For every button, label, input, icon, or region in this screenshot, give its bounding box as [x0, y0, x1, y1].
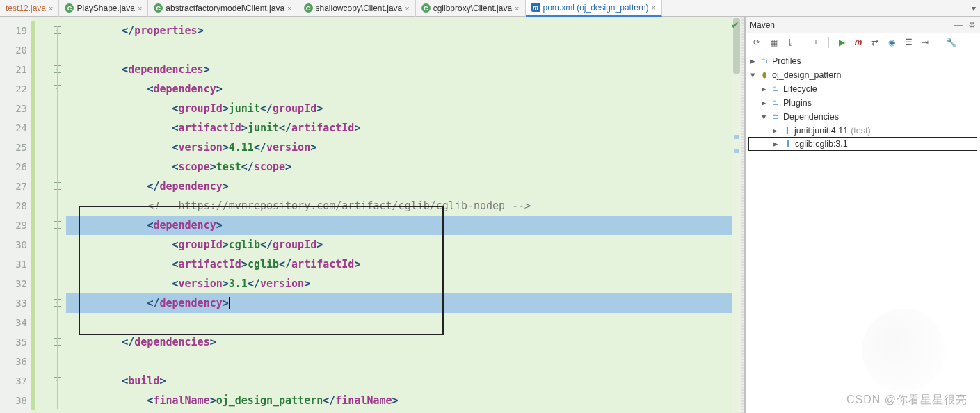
- maven-toolbar: ⟳ ▦ ⭳ + ▶ m ⇄ ◉ ☰ ⇥ 🔧: [746, 33, 980, 51]
- maven-tree[interactable]: ▸ 🗀 Profiles ▾ ⬮ oj_design_pattern ▸ 🗀 L…: [746, 51, 980, 154]
- code-line[interactable]: <version>3.1</version>: [66, 274, 745, 293]
- generate-sources-icon[interactable]: ▦: [768, 38, 779, 47]
- java-class-icon: C: [65, 3, 74, 13]
- tab-shallowcopy-client[interactable]: C shallowcopy\Client.java ×: [298, 0, 416, 17]
- tree-label: junit:junit:4.11: [794, 124, 848, 138]
- folder-icon: 🗀: [771, 98, 780, 108]
- download-icon[interactable]: ⭳: [785, 38, 796, 47]
- code-line[interactable]: <!-- https://mvnrepository.com/artifact/…: [66, 196, 745, 216]
- tree-node-dep-junit[interactable]: ▸ ||| junit:junit:4.11 (test): [748, 124, 977, 138]
- tab-label: test12.java: [6, 3, 46, 13]
- collapse-icon[interactable]: ▾: [760, 110, 768, 124]
- close-icon[interactable]: ×: [405, 4, 409, 13]
- expand-icon[interactable]: ▸: [771, 124, 779, 138]
- change-marker: [31, 21, 35, 410]
- tab-playshape[interactable]: C PlayShape.java ×: [59, 0, 148, 17]
- code-line[interactable]: [66, 313, 745, 332]
- tree-node-lifecycle[interactable]: ▸ 🗀 Lifecycle: [748, 82, 977, 96]
- add-icon[interactable]: +: [810, 38, 821, 47]
- tab-label: cglibproxy\Client.java: [433, 3, 512, 13]
- code-line[interactable]: </dependency>: [66, 293, 745, 313]
- tab-abstractfactory-client[interactable]: C abstractfactorymodel\Client.java ×: [148, 0, 298, 17]
- library-icon: |||: [782, 126, 792, 136]
- expand-icon[interactable]: ▸: [771, 137, 780, 151]
- expand-icon[interactable]: ▸: [748, 54, 757, 68]
- dep-scope: (test): [851, 124, 870, 138]
- expand-icon[interactable]: ▸: [760, 96, 768, 110]
- code-line[interactable]: <groupId>cglib</groupId>: [66, 235, 745, 254]
- close-icon[interactable]: ×: [652, 3, 656, 12]
- code-line[interactable]: <dependency>: [66, 79, 745, 99]
- close-icon[interactable]: ×: [287, 4, 291, 13]
- show-dependencies-icon[interactable]: ☰: [903, 38, 914, 47]
- scrollbar-thumb[interactable]: [733, 18, 740, 74]
- code-editor[interactable]: 1920212223242526272829303132333435363738…: [0, 17, 746, 413]
- fold-guideline: [57, 26, 58, 409]
- expand-icon[interactable]: ▸: [760, 82, 768, 96]
- folder-icon: 🗀: [771, 84, 780, 94]
- code-line[interactable]: <build>: [66, 371, 745, 391]
- code-line[interactable]: <artifactId>junit</artifactId>: [66, 118, 745, 138]
- divider: [803, 37, 803, 48]
- minimize-icon[interactable]: —: [954, 20, 963, 30]
- tree-node-dep-cglib[interactable]: ▸ ||| cglib:cglib:3.1: [748, 137, 977, 151]
- code-line[interactable]: <scope>test</scope>: [66, 157, 745, 177]
- code-line[interactable]: [66, 352, 745, 371]
- tree-node-profiles[interactable]: ▸ 🗀 Profiles: [748, 54, 977, 68]
- collapse-all-icon[interactable]: ⇥: [919, 38, 931, 47]
- close-icon[interactable]: ×: [49, 4, 53, 13]
- tab-cglibproxy-client[interactable]: C cglibproxy\Client.java ×: [416, 0, 526, 17]
- tree-node-dependencies[interactable]: ▾ 🗀 Dependencies: [748, 110, 977, 124]
- code-line[interactable]: <artifactId>cglib</artifactId>: [66, 254, 745, 274]
- code-line[interactable]: </properties>: [66, 21, 745, 40]
- divider: [938, 37, 938, 48]
- tab-pom-xml[interactable]: m pom.xml (oj_design_pattern) ×: [526, 0, 663, 17]
- close-icon[interactable]: ×: [138, 4, 142, 13]
- reload-icon[interactable]: ⟳: [751, 38, 762, 47]
- code-line[interactable]: <groupId>junit</groupId>: [66, 99, 745, 118]
- tab-label: pom.xml (oj_design_pattern): [543, 3, 649, 13]
- java-class-icon: C: [421, 3, 431, 13]
- tab-label: shallowcopy\Client.java: [316, 3, 403, 13]
- tree-label: oj_design_pattern: [772, 68, 841, 82]
- line-number-gutter: 1920212223242526272829303132333435363738: [0, 17, 31, 413]
- editor-tabs: test12.java × C PlayShape.java × C abstr…: [0, 0, 980, 17]
- fold-column[interactable]: --------: [31, 17, 66, 413]
- code-line[interactable]: <dependency>: [66, 216, 745, 235]
- code-area[interactable]: </properties> <dependencies> <dependency…: [66, 17, 745, 413]
- tree-node-plugins[interactable]: ▸ 🗀 Plugins: [748, 96, 977, 110]
- folder-icon: 🗀: [771, 112, 780, 122]
- watermark-text: CSDN @你看星星很亮: [846, 393, 967, 407]
- code-line[interactable]: <dependencies>: [66, 60, 745, 79]
- tree-label: Dependencies: [783, 110, 839, 124]
- run-icon[interactable]: ▶: [836, 38, 847, 47]
- collapse-icon[interactable]: ▾: [748, 68, 757, 82]
- code-line[interactable]: </dependencies>: [66, 332, 745, 352]
- maven-title: Maven: [750, 20, 775, 30]
- toggle-offline-icon[interactable]: ⇄: [869, 38, 881, 47]
- toggle-skip-tests-icon[interactable]: ◉: [886, 38, 897, 47]
- tab-label: abstractfactorymodel\Client.java: [166, 3, 284, 13]
- tree-label: cglib:cglib:3.1: [795, 137, 848, 151]
- close-icon[interactable]: ×: [515, 4, 519, 13]
- code-line[interactable]: </dependency>: [66, 177, 745, 196]
- java-class-icon: C: [154, 3, 163, 13]
- maven-file-icon: m: [531, 3, 540, 12]
- maven-settings-icon[interactable]: 🔧: [945, 38, 956, 47]
- editor-scrollbar[interactable]: ✔: [732, 17, 741, 413]
- splitter[interactable]: [741, 17, 745, 413]
- tab-test12[interactable]: test12.java ×: [0, 0, 59, 17]
- code-line[interactable]: <version>4.11</version>: [66, 138, 745, 157]
- tabs-dropdown-icon[interactable]: ▾: [967, 3, 980, 13]
- settings-icon[interactable]: ⚙: [968, 20, 976, 30]
- maven-module-icon: ⬮: [760, 70, 769, 80]
- code-line[interactable]: <finalName>oj_design_pattern</finalName>: [66, 391, 745, 410]
- code-line[interactable]: [66, 40, 745, 60]
- divider: [828, 37, 829, 48]
- tree-node-project[interactable]: ▾ ⬮ oj_design_pattern: [748, 68, 977, 82]
- folder-icon: 🗀: [760, 56, 769, 66]
- tree-label: Profiles: [772, 54, 801, 68]
- maven-header: Maven — ⚙: [746, 17, 980, 33]
- library-icon: |||: [782, 139, 792, 149]
- execute-goal-icon[interactable]: m: [853, 38, 864, 47]
